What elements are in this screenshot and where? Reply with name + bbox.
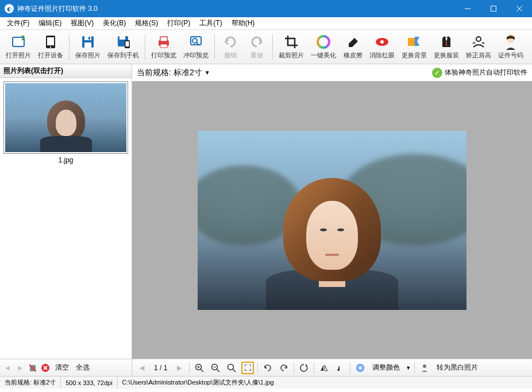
svg-line-39 xyxy=(217,369,219,372)
adjust-color-button[interactable]: 调整颜色 xyxy=(370,363,402,372)
redo-icon xyxy=(249,34,265,50)
background-icon xyxy=(406,34,422,50)
crop-button[interactable]: 裁剪照片 xyxy=(275,31,307,63)
idnum-icon xyxy=(503,34,519,50)
status-spec: 当前规格: 标准2寸 xyxy=(0,377,61,389)
canvas-footer: ◄ 1 / 1 ► ⛶ 调整颜色 ▼ 转为黑白照片 xyxy=(132,359,532,376)
separator xyxy=(350,362,350,374)
shoulder-button[interactable]: 矫正肩高 xyxy=(462,31,495,63)
dev-preview-icon xyxy=(188,34,204,50)
spec-dropdown[interactable]: 标准2寸▼ xyxy=(174,68,210,78)
printer-icon xyxy=(156,34,172,50)
bw-person-icon xyxy=(418,362,431,374)
next-icon[interactable]: ► xyxy=(15,363,25,373)
photo-preview xyxy=(198,131,467,310)
clothes-button[interactable]: 更换服装 xyxy=(430,31,462,63)
spec-label: 当前规格: xyxy=(137,68,171,78)
save-phone-icon xyxy=(115,34,132,50)
svg-rect-17 xyxy=(160,37,167,41)
separator xyxy=(272,34,273,60)
thumbnail-item[interactable] xyxy=(3,81,128,154)
delete-icon[interactable] xyxy=(28,363,38,373)
promo-icon: ✓ xyxy=(432,68,442,78)
chevron-down-icon: ▼ xyxy=(205,69,210,76)
background-button[interactable]: 更换背景 xyxy=(398,31,430,63)
select-all-button[interactable]: 全选 xyxy=(74,362,92,374)
remove-icon[interactable] xyxy=(40,363,51,373)
rotate-ccw-icon[interactable] xyxy=(261,362,274,374)
beautify-icon xyxy=(315,34,331,50)
dev-preview-button[interactable]: 冲印预览 xyxy=(180,31,212,63)
device-icon xyxy=(43,34,59,50)
maximize-button[interactable] xyxy=(480,0,506,17)
thumbnail-label: 1.jpg xyxy=(3,154,128,166)
flip-h-icon[interactable] xyxy=(318,362,330,374)
rotate-cw-icon[interactable] xyxy=(277,362,290,374)
window-title: 神奇证件照片打印软件 3.0 xyxy=(17,4,454,14)
color-wheel-icon xyxy=(354,362,367,374)
canvas-header: 当前规格: 标准2寸▼ ✓ 体验神奇照片自动打印软件 xyxy=(132,64,532,81)
minimize-button[interactable] xyxy=(454,0,480,17)
svg-point-44 xyxy=(423,364,426,368)
app-icon: ◐ xyxy=(5,4,14,13)
status-path: C:\Users\Administrator\Desktop\测试文件夹\人像\… xyxy=(118,377,532,389)
separator xyxy=(294,362,294,374)
promo-link[interactable]: ✓ 体验神奇照片自动打印软件 xyxy=(432,68,527,78)
svg-point-22 xyxy=(318,36,329,48)
svg-rect-9 xyxy=(84,36,91,40)
flip-v-icon[interactable] xyxy=(334,362,346,374)
svg-rect-26 xyxy=(446,41,447,46)
eraser-icon xyxy=(345,34,361,50)
toolbar: 打开照片 打开设备 保存照片 保存到手机 打印预览 冲印预览 撤销 重做 裁剪照… xyxy=(0,30,532,64)
main-area: 照片列表(双击打开) 1.jpg ◄ ► 清空 全选 当前规格: 标准2寸▼ ✓ xyxy=(0,64,532,376)
zoom-reset-icon[interactable] xyxy=(225,362,238,374)
separator xyxy=(69,34,70,60)
menu-print[interactable]: 打印(P) xyxy=(163,17,195,29)
prev-icon[interactable]: ◄ xyxy=(2,363,13,373)
menu-spec[interactable]: 规格(S) xyxy=(130,17,163,29)
page-next-icon[interactable]: ► xyxy=(173,362,186,374)
clothes-icon xyxy=(438,34,454,50)
canvas[interactable] xyxy=(132,81,532,359)
crop-icon xyxy=(283,34,299,50)
svg-rect-1 xyxy=(491,6,496,11)
separator xyxy=(189,362,190,374)
beautify-button[interactable]: 一键美化 xyxy=(307,31,340,63)
eraser-button[interactable]: 橡皮擦 xyxy=(340,31,366,63)
redo-button[interactable]: 重做 xyxy=(244,31,270,63)
chevron-down-icon[interactable]: ▼ xyxy=(406,365,411,371)
save-phone-button[interactable]: 保存到手机 xyxy=(104,31,142,63)
thumbnail-image xyxy=(5,83,126,152)
undo-button[interactable]: 撤销 xyxy=(217,31,244,63)
menu-edit[interactable]: 编辑(E) xyxy=(34,17,66,29)
open-photo-button[interactable]: 打开照片 xyxy=(2,31,34,63)
shoulder-icon xyxy=(471,34,487,50)
idnum-button[interactable]: 证件号码 xyxy=(495,31,527,63)
menu-tools[interactable]: 工具(T) xyxy=(195,17,226,29)
sidebar-footer: ◄ ► 清空 全选 xyxy=(0,359,132,376)
redeye-button[interactable]: 消除红眼 xyxy=(366,31,398,63)
menu-file[interactable]: 文件(F) xyxy=(2,17,34,29)
menubar: 文件(F) 编辑(E) 视图(V) 美化(B) 规格(S) 打印(P) 工具(T… xyxy=(0,17,532,30)
save-photo-button[interactable]: 保存照片 xyxy=(72,31,104,63)
svg-point-43 xyxy=(356,364,364,372)
separator xyxy=(145,34,145,60)
menu-help[interactable]: 帮助(H) xyxy=(227,17,260,29)
zoom-out-icon[interactable] xyxy=(209,362,222,374)
fit-screen-icon[interactable]: ⛶ xyxy=(241,362,254,374)
page-prev-icon[interactable]: ◄ xyxy=(136,362,148,374)
sidebar: 照片列表(双击打开) 1.jpg ◄ ► 清空 全选 xyxy=(0,64,132,376)
clear-button[interactable]: 清空 xyxy=(53,362,71,374)
rotate-free-icon[interactable] xyxy=(298,362,310,374)
svg-point-7 xyxy=(50,46,51,48)
close-button[interactable] xyxy=(506,0,532,17)
window-controls xyxy=(454,0,532,17)
separator xyxy=(214,34,215,60)
menu-view[interactable]: 视图(V) xyxy=(66,17,98,29)
to-bw-button[interactable]: 转为黑白照片 xyxy=(434,363,480,372)
thumbnail-list: 1.jpg xyxy=(0,78,132,359)
print-preview-button[interactable]: 打印预览 xyxy=(148,31,180,63)
open-device-button[interactable]: 打开设备 xyxy=(34,31,67,63)
menu-beauty[interactable]: 美化(B) xyxy=(98,17,130,29)
zoom-in-icon[interactable] xyxy=(193,362,206,374)
